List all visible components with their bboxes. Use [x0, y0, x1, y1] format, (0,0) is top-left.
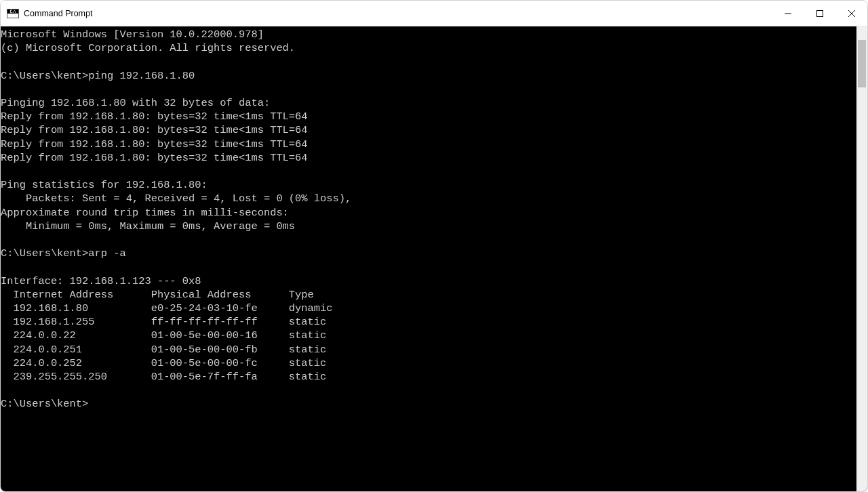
output-line: 224.0.0.252 01-00-5e-00-00-fc static [1, 357, 326, 369]
output-line: 239.255.255.250 01-00-5e-7f-ff-fa static [1, 371, 326, 383]
output-line: Approximate round trip times in milli-se… [1, 207, 289, 219]
output-line: Reply from 192.168.1.80: bytes=32 time<1… [1, 124, 308, 136]
output-line: Reply from 192.168.1.80: bytes=32 time<1… [1, 110, 308, 123]
scrollbar-track[interactable] [856, 26, 867, 491]
close-icon [848, 10, 855, 17]
output-line: Microsoft Windows [Version 10.0.22000.97… [1, 28, 264, 41]
terminal-area[interactable]: Microsoft Windows [Version 10.0.22000.97… [1, 26, 867, 491]
minimize-icon [785, 10, 791, 17]
svg-rect-1 [816, 10, 823, 16]
prompt-line: C:\Users\kent>ping 192.168.1.80 [1, 70, 195, 82]
maximize-button[interactable] [804, 1, 835, 26]
output-line: Interface: 192.168.1.123 --- 0x8 [1, 275, 201, 287]
output-line: 224.0.0.22 01-00-5e-00-00-16 static [1, 329, 326, 342]
output-line: Minimum = 0ms, Maximum = 0ms, Average = … [1, 220, 295, 232]
output-line: Pinging 192.168.1.80 with 32 bytes of da… [1, 97, 270, 109]
app-icon: C:\ [7, 9, 19, 18]
prompt-line: C:\Users\kent>arp -a [1, 247, 126, 260]
maximize-icon [816, 10, 823, 17]
minimize-button[interactable] [772, 1, 804, 26]
output-line: Internet Address Physical Address Type [1, 289, 314, 301]
output-line: 192.168.1.80 e0-25-24-03-10-fe dynamic [1, 302, 333, 314]
output-line: Ping statistics for 192.168.1.80: [1, 179, 208, 191]
window-title: Command Prompt [24, 9, 92, 18]
terminal-output[interactable]: Microsoft Windows [Version 10.0.22000.97… [1, 26, 867, 491]
close-button[interactable] [835, 1, 867, 26]
output-line: Reply from 192.168.1.80: bytes=32 time<1… [1, 138, 308, 150]
scrollbar-thumb[interactable] [858, 40, 866, 87]
window-controls [772, 1, 867, 26]
output-line: Reply from 192.168.1.80: bytes=32 time<1… [1, 152, 308, 164]
output-line: 224.0.0.251 01-00-5e-00-00-fb static [1, 344, 326, 356]
output-line: (c) Microsoft Corporation. All rights re… [1, 42, 295, 54]
prompt-line: C:\Users\kent> [1, 398, 88, 410]
output-line: 192.168.1.255 ff-ff-ff-ff-ff-ff static [1, 316, 326, 328]
output-line: Packets: Sent = 4, Received = 4, Lost = … [1, 192, 351, 205]
window-titlebar: C:\ Command Prompt [1, 1, 867, 26]
